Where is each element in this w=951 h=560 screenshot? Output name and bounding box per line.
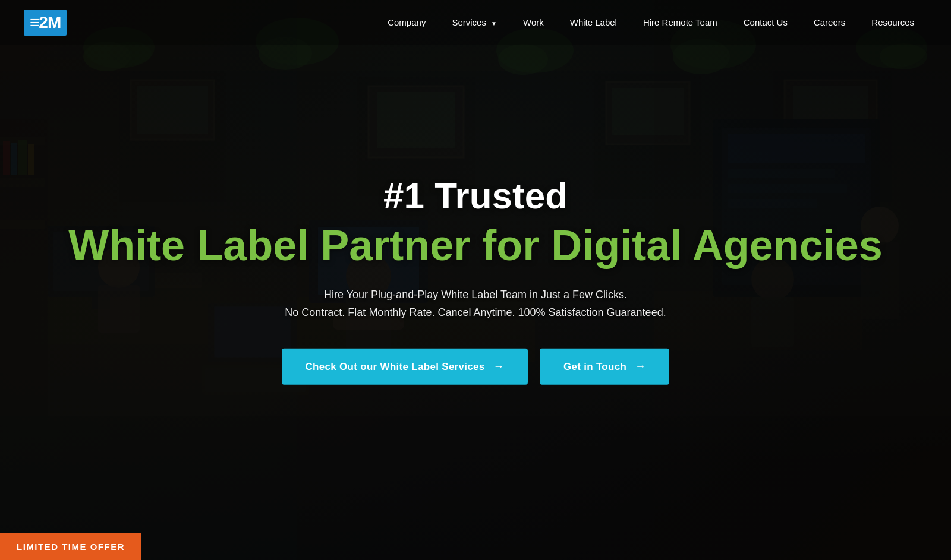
hero-subtitle: Hire Your Plug-and-Play White Label Team… xyxy=(24,286,927,322)
logo-text-2m: 2M xyxy=(39,13,61,32)
nav-item-contact-us[interactable]: Contact Us xyxy=(730,1,801,44)
svg-point-5 xyxy=(110,42,152,65)
get-in-touch-label: Get in Touch xyxy=(563,360,626,372)
nav-link-company[interactable]: Company xyxy=(374,1,439,44)
hero-content: #1 Trusted White Label Partner for Digit… xyxy=(0,175,951,385)
check-out-services-label: Check Out our White Label Services xyxy=(306,360,485,372)
hero-title-line2: White Label Partner for Digital Agencies xyxy=(24,222,927,268)
svg-rect-53 xyxy=(0,137,45,145)
hero-title-line1: #1 Trusted xyxy=(24,175,927,216)
limited-time-offer-bar[interactable]: LIMITED TIME OFFER xyxy=(0,533,141,560)
nav-item-white-label[interactable]: White Label xyxy=(557,1,630,44)
svg-point-13 xyxy=(880,43,927,69)
check-out-services-button[interactable]: Check Out our White Label Services → xyxy=(282,349,528,385)
svg-rect-19 xyxy=(137,86,208,134)
svg-rect-18 xyxy=(131,80,214,140)
svg-rect-20 xyxy=(369,86,464,157)
nav-link-careers[interactable]: Careers xyxy=(801,1,858,44)
logo-box: ≡2M xyxy=(24,10,67,36)
logo-icon-e: ≡ xyxy=(30,13,39,32)
services-dropdown-icon: ▼ xyxy=(491,20,497,27)
nav-item-resources[interactable]: Resources xyxy=(858,1,927,44)
hero-subtitle-line1: Hire Your Plug-and-Play White Label Team… xyxy=(324,289,627,300)
nav-links: Company Services ▼ Work White Label Hire… xyxy=(374,1,927,44)
get-in-touch-button[interactable]: Get in Touch → xyxy=(540,349,670,385)
svg-rect-25 xyxy=(793,86,868,137)
logo[interactable]: ≡2M xyxy=(24,10,67,36)
nav-link-work[interactable]: Work xyxy=(510,1,557,44)
svg-rect-44 xyxy=(728,134,865,163)
nav-link-hire-remote-team[interactable]: Hire Remote Team xyxy=(630,1,730,44)
nav-item-company[interactable]: Company xyxy=(374,1,439,44)
nav-item-hire-remote-team[interactable]: Hire Remote Team xyxy=(630,1,730,44)
nav-item-careers[interactable]: Careers xyxy=(801,1,858,44)
svg-rect-26 xyxy=(0,416,951,560)
get-in-touch-arrow: → xyxy=(635,360,645,373)
hero-buttons: Check Out our White Label Services → Get… xyxy=(24,349,927,385)
svg-rect-56 xyxy=(3,141,10,175)
svg-rect-57 xyxy=(11,143,17,175)
hero-subtitle-line2: No Contract. Flat Monthly Rate. Cancel A… xyxy=(285,306,666,318)
check-out-services-arrow: → xyxy=(493,360,504,373)
svg-rect-59 xyxy=(28,144,34,175)
limited-time-offer-label: LIMITED TIME OFFER xyxy=(17,542,125,552)
svg-point-4 xyxy=(83,42,131,71)
nav-item-services[interactable]: Services ▼ xyxy=(439,1,510,44)
nav-item-work[interactable]: Work xyxy=(510,1,557,44)
svg-rect-22 xyxy=(606,82,689,144)
nav-link-white-label[interactable]: White Label xyxy=(557,1,630,44)
svg-rect-58 xyxy=(18,140,27,175)
nav-link-contact-us[interactable]: Contact Us xyxy=(730,1,801,44)
navbar: ≡2M Company Services ▼ Work White Label … xyxy=(0,0,951,45)
svg-point-9 xyxy=(498,44,548,75)
nav-link-services[interactable]: Services ▼ xyxy=(439,1,510,44)
svg-rect-21 xyxy=(377,92,455,148)
svg-rect-23 xyxy=(612,88,684,135)
nav-link-resources[interactable]: Resources xyxy=(858,1,927,44)
svg-rect-24 xyxy=(785,80,877,145)
